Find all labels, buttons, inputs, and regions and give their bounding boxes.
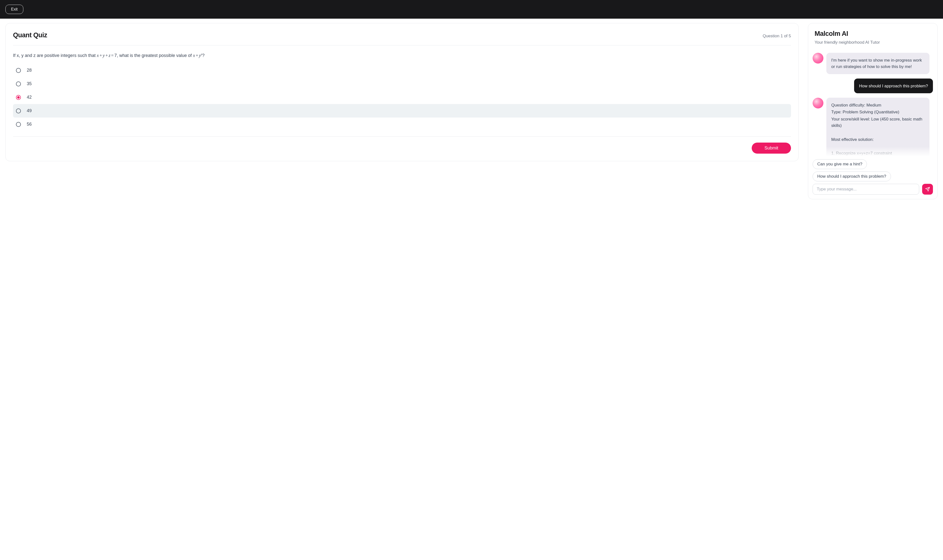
- options-list: 2835424956: [13, 63, 791, 131]
- option-row[interactable]: 56: [13, 117, 791, 131]
- tutor-panel: Malcolm AI Your friendly neighborhood AI…: [808, 23, 938, 199]
- chat-line: Most effective solution:: [831, 137, 925, 143]
- chat-bubble: I'm here if you want to show me in-progr…: [826, 53, 929, 74]
- option-label: 56: [27, 121, 32, 128]
- radio-icon: [16, 108, 21, 113]
- avatar: [813, 53, 823, 63]
- quiz-progress: Question 1 of 5: [763, 33, 791, 39]
- avatar: [813, 98, 823, 108]
- radio-icon: [16, 68, 21, 73]
- question-suffix: , what is the greatest possible value of: [117, 53, 193, 58]
- main-layout: Quant Quiz Question 1 of 5 If x, y and z…: [0, 18, 943, 204]
- chat-bubble: Question difficulty: MediumType: Problem…: [826, 98, 929, 156]
- chat-line: [831, 129, 925, 136]
- quiz-footer: Submit: [13, 137, 791, 154]
- chat-message-ai: I'm here if you want to show me in-progr…: [813, 53, 933, 74]
- option-row[interactable]: 42: [13, 91, 791, 104]
- chat-line: I'm here if you want to show me in-progr…: [831, 57, 925, 70]
- send-button[interactable]: [922, 184, 933, 195]
- chat-input-area: Can you give me a hint?How should I appr…: [808, 156, 937, 199]
- option-label: 49: [27, 108, 32, 114]
- tutor-subtitle: Your friendly neighborhood AI Tutor: [815, 39, 931, 46]
- option-row[interactable]: 28: [13, 63, 791, 77]
- chat-line: [831, 143, 925, 150]
- radio-icon: [16, 122, 21, 127]
- chat-scroll[interactable]: I'm here if you want to show me in-progr…: [808, 48, 937, 156]
- option-row[interactable]: 35: [13, 77, 791, 91]
- question-prefix: If x, y and z are positive integers such…: [13, 53, 97, 58]
- input-row: [813, 184, 933, 195]
- option-label: 28: [27, 67, 32, 74]
- topbar: Exit: [0, 0, 943, 18]
- quiz-title: Quant Quiz: [13, 30, 47, 40]
- option-row[interactable]: 49: [13, 104, 791, 117]
- suggestion-chip[interactable]: Can you give me a hint?: [813, 159, 867, 169]
- option-label: 42: [27, 94, 32, 101]
- submit-button[interactable]: Submit: [752, 143, 791, 154]
- tutor-title: Malcolm AI: [815, 29, 931, 39]
- equation-constant: 7: [114, 53, 117, 58]
- chat-message-user: How should I approach this problem?: [813, 78, 933, 93]
- suggestion-list: Can you give me a hint?How should I appr…: [813, 159, 933, 182]
- chat-line: 1. Recognize x+y+z=7 constraint: [831, 150, 925, 156]
- question-tail: ?: [202, 53, 205, 58]
- exit-button[interactable]: Exit: [5, 5, 23, 14]
- radio-icon: [16, 95, 21, 100]
- send-icon: [925, 187, 930, 192]
- chat-line: Question difficulty: Medium: [831, 102, 925, 108]
- chat-line: How should I approach this problem?: [859, 83, 928, 89]
- radio-icon: [16, 82, 21, 86]
- tutor-header: Malcolm AI Your friendly neighborhood AI…: [808, 23, 937, 48]
- suggestion-chip[interactable]: How should I approach this problem?: [813, 172, 891, 182]
- quiz-card: Quant Quiz Question 1 of 5 If x, y and z…: [5, 23, 798, 161]
- chat-input[interactable]: [813, 184, 919, 195]
- quiz-header: Quant Quiz Question 1 of 5: [13, 30, 791, 45]
- chat-message-ai: Question difficulty: MediumType: Problem…: [813, 98, 933, 156]
- equation-xyz: x+y+z=: [97, 53, 114, 58]
- chat-bubble: How should I approach this problem?: [854, 78, 933, 93]
- option-label: 35: [27, 80, 32, 87]
- question-text: If x, y and z are positive integers such…: [13, 45, 791, 64]
- chat-line: Your score/skill level: Low (450 score, …: [831, 116, 925, 129]
- chat-line: Type: Problem Solving (Quantitative): [831, 109, 925, 115]
- equation-xyz-exp: x+yz: [193, 53, 202, 58]
